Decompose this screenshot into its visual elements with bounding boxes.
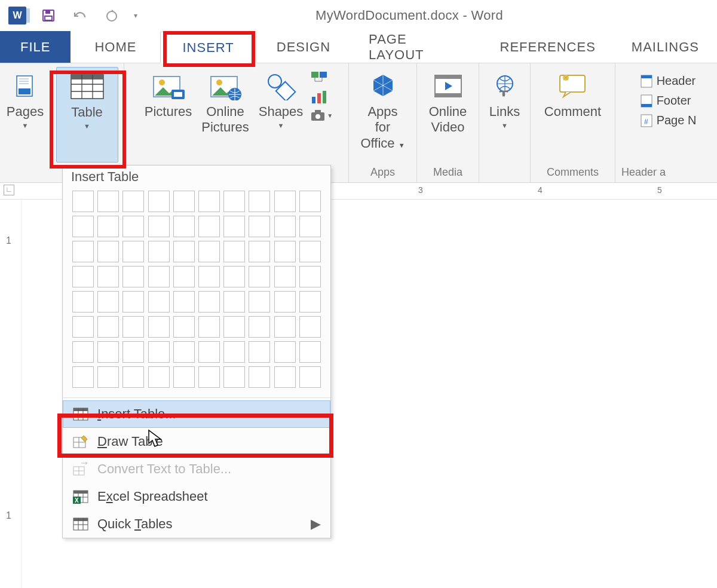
menu-excel-spreadsheet[interactable]: X Excel Spreadsheet: [63, 483, 330, 510]
grid-cell[interactable]: [72, 241, 94, 262]
grid-cell[interactable]: [72, 291, 94, 313]
vertical-ruler[interactable]: 1 1: [0, 200, 22, 588]
smartart-button[interactable]: [310, 71, 333, 86]
menu-draw-table[interactable]: Draw Table: [63, 428, 330, 455]
grid-cell[interactable]: [173, 266, 195, 287]
grid-cell[interactable]: [299, 341, 321, 363]
grid-cell[interactable]: [198, 341, 220, 363]
menu-quick-tables[interactable]: Quick Tables ▶: [63, 510, 330, 538]
comment-button[interactable]: Comment: [540, 67, 606, 124]
redo-button[interactable]: [104, 8, 120, 23]
tab-home[interactable]: HOME: [71, 31, 160, 63]
grid-cell[interactable]: [148, 191, 170, 212]
grid-cell[interactable]: [148, 216, 170, 237]
menu-insert-table[interactable]: Insert Table...: [63, 400, 330, 428]
grid-cell[interactable]: [198, 316, 220, 338]
grid-cell[interactable]: [223, 266, 245, 287]
shapes-button[interactable]: Shapes ▼: [254, 67, 308, 140]
footer-button[interactable]: Footer: [636, 93, 695, 109]
grid-cell[interactable]: [72, 266, 94, 287]
online-video-button[interactable]: OnlineVideo: [422, 67, 474, 140]
grid-cell[interactable]: [223, 316, 245, 338]
grid-cell[interactable]: [173, 341, 195, 363]
grid-cell[interactable]: [148, 266, 170, 287]
grid-cell[interactable]: [299, 366, 321, 388]
grid-cell[interactable]: [122, 191, 144, 212]
grid-cell[interactable]: [299, 266, 321, 287]
grid-cell[interactable]: [72, 341, 94, 363]
grid-cell[interactable]: [299, 191, 321, 212]
grid-cell[interactable]: [223, 241, 245, 262]
grid-cell[interactable]: [97, 341, 119, 363]
grid-cell[interactable]: [122, 366, 144, 388]
grid-cell[interactable]: [274, 341, 296, 363]
apps-for-office-button[interactable]: Apps forOffice ▼: [355, 67, 410, 156]
links-button[interactable]: Links ▼: [479, 67, 531, 134]
online-pictures-button[interactable]: OnlinePictures: [197, 67, 253, 140]
grid-cell[interactable]: [148, 366, 170, 388]
save-button[interactable]: [41, 8, 56, 23]
grid-cell[interactable]: [148, 341, 170, 363]
grid-cell[interactable]: [173, 291, 195, 313]
grid-cell[interactable]: [97, 241, 119, 262]
grid-cell[interactable]: [198, 241, 220, 262]
grid-cell[interactable]: [274, 366, 296, 388]
grid-cell[interactable]: [299, 241, 321, 262]
grid-cell[interactable]: [223, 366, 245, 388]
grid-cell[interactable]: [223, 191, 245, 212]
grid-cell[interactable]: [198, 216, 220, 237]
grid-cell[interactable]: [97, 216, 119, 237]
grid-cell[interactable]: [173, 216, 195, 237]
undo-button[interactable]: [73, 9, 90, 22]
tab-design[interactable]: DESIGN: [256, 31, 351, 63]
grid-cell[interactable]: [299, 291, 321, 313]
grid-cell[interactable]: [72, 366, 94, 388]
grid-cell[interactable]: [97, 291, 119, 313]
grid-cell[interactable]: [173, 191, 195, 212]
pictures-button[interactable]: Pictures: [140, 67, 197, 140]
grid-cell[interactable]: [122, 341, 144, 363]
grid-cell[interactable]: [173, 241, 195, 262]
grid-cell[interactable]: [249, 216, 270, 237]
header-button[interactable]: Header: [636, 73, 700, 89]
grid-cell[interactable]: [148, 241, 170, 262]
grid-cell[interactable]: [274, 291, 296, 313]
grid-cell[interactable]: [198, 291, 220, 313]
grid-cell[interactable]: [198, 266, 220, 287]
grid-cell[interactable]: [97, 191, 119, 212]
grid-cell[interactable]: [249, 266, 270, 287]
pages-button[interactable]: Pages ▼: [0, 67, 51, 134]
grid-cell[interactable]: [72, 191, 94, 212]
grid-cell[interactable]: [223, 291, 245, 313]
grid-cell[interactable]: [249, 191, 270, 212]
grid-cell[interactable]: [249, 291, 270, 313]
tab-file[interactable]: FILE: [0, 31, 71, 63]
tab-mailings[interactable]: MAILINGS: [614, 31, 717, 63]
tab-references[interactable]: REFERENCES: [482, 31, 614, 63]
grid-cell[interactable]: [198, 191, 220, 212]
grid-cell[interactable]: [173, 316, 195, 338]
grid-cell[interactable]: [223, 216, 245, 237]
tab-insert[interactable]: INSERT: [160, 32, 256, 63]
table-size-grid[interactable]: [63, 191, 330, 395]
table-button[interactable]: Table ▼: [56, 67, 118, 163]
screenshot-button[interactable]: ▼: [310, 109, 333, 122]
grid-cell[interactable]: [97, 316, 119, 338]
grid-cell[interactable]: [122, 241, 144, 262]
grid-cell[interactable]: [249, 341, 270, 363]
grid-cell[interactable]: [122, 291, 144, 313]
grid-cell[interactable]: [249, 366, 270, 388]
grid-cell[interactable]: [148, 316, 170, 338]
grid-cell[interactable]: [249, 316, 270, 338]
grid-cell[interactable]: [299, 216, 321, 237]
grid-cell[interactable]: [274, 191, 296, 212]
grid-cell[interactable]: [198, 366, 220, 388]
grid-cell[interactable]: [299, 316, 321, 338]
grid-cell[interactable]: [72, 216, 94, 237]
page-number-button[interactable]: # Page N: [636, 112, 700, 128]
grid-cell[interactable]: [274, 316, 296, 338]
grid-cell[interactable]: [97, 366, 119, 388]
grid-cell[interactable]: [249, 241, 270, 262]
tab-selector[interactable]: ∟: [4, 185, 14, 195]
grid-cell[interactable]: [274, 216, 296, 237]
